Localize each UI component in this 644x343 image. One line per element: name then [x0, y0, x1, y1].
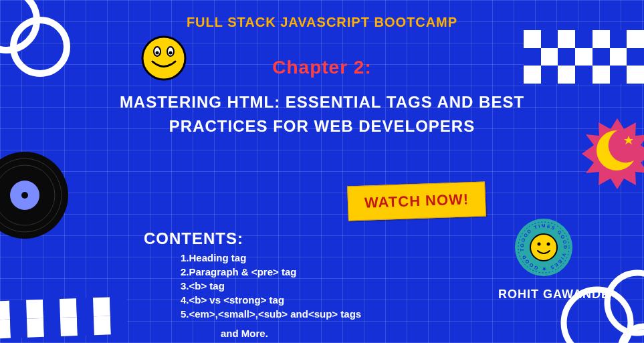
checker-pattern-bottom-left — [0, 297, 128, 339]
title-line-1: MASTERING HTML: ESSENTIAL TAGS AND BEST — [82, 90, 563, 114]
contents-heading: CONTENTS: — [144, 229, 243, 248]
contents-item: 3.<b> tag — [181, 279, 361, 293]
contents-list: 1.Heading tag 2.Paragraph & <pre> tag 3.… — [181, 251, 361, 321]
moon-burst-icon — [580, 117, 644, 191]
rings-decoration-top-left — [0, 0, 80, 94]
svg-point-17 — [538, 243, 541, 246]
contents-item: 4.<b> vs <strong> tag — [181, 293, 361, 307]
svg-point-11 — [21, 192, 28, 199]
bootcamp-subtitle: FULL STACK JAVASCRIPT BOOTCAMP — [187, 15, 457, 30]
and-more-label: and More. — [221, 328, 268, 339]
svg-marker-12 — [582, 118, 644, 189]
main-title: MASTERING HTML: ESSENTIAL TAGS AND BEST … — [82, 90, 563, 138]
svg-point-16 — [530, 234, 557, 261]
contents-item: 5.<em>,<small>,<sub> and<sup> tags — [181, 307, 361, 321]
title-line-2: PRACTICES FOR WEB DEVELOPERS — [82, 114, 563, 138]
svg-point-18 — [547, 243, 550, 246]
svg-point-6 — [169, 51, 173, 55]
author-name: ROHIT GAWANDE — [498, 288, 610, 302]
svg-point-5 — [156, 51, 159, 55]
contents-item: 2.Paragraph & <pre> tag — [181, 265, 361, 279]
vinyl-record-icon — [0, 150, 70, 241]
checker-pattern-top-right — [524, 30, 644, 84]
chapter-label: Chapter 2: — [272, 57, 371, 78]
svg-point-2 — [142, 37, 185, 80]
contents-item: 1.Heading tag — [181, 251, 361, 265]
watch-now-button[interactable]: WATCH NOW! — [347, 181, 486, 221]
smiley-icon — [140, 35, 187, 82]
